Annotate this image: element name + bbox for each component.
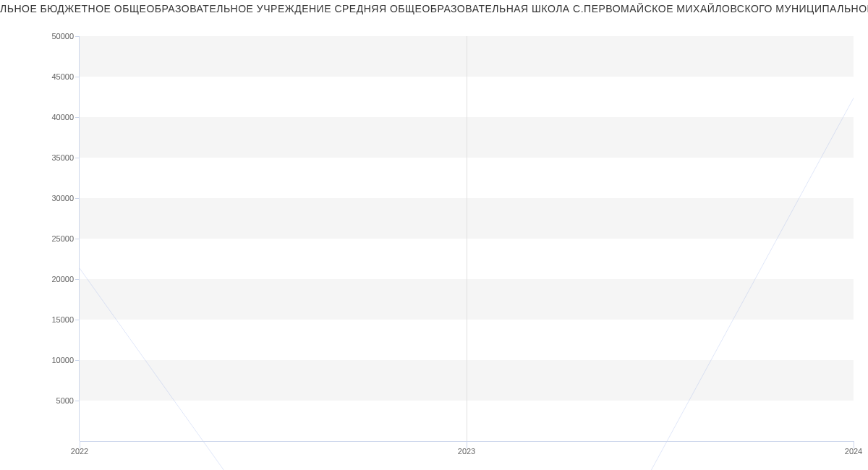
x-tick-mark [467,441,467,448]
y-tick-mark [75,77,80,77]
y-tick-mark [75,239,80,239]
chart-title: ЛЬНОЕ БЮДЖЕТНОЕ ОБЩЕОБРАЗОВАТЕЛЬНОЕ УЧРЕ… [0,3,868,14]
plot-area: 50000 45000 40000 35000 30000 25000 2000… [80,36,854,441]
y-tick-mark [75,320,80,320]
x-tick-mark [854,441,854,448]
chart-container: ЛЬНОЕ БЮДЖЕТНОЕ ОБЩЕОБРАЗОВАТЕЛЬНОЕ УЧРЕ… [0,0,868,470]
y-tick-mark [75,360,80,361]
data-line [80,36,854,470]
y-tick-mark [75,36,80,37]
y-tick-mark [75,198,80,199]
y-tick-mark [75,117,80,118]
y-tick-mark [75,279,80,280]
y-tick-mark [75,158,80,158]
x-tick-mark [80,441,80,448]
y-tick-mark [75,401,80,401]
